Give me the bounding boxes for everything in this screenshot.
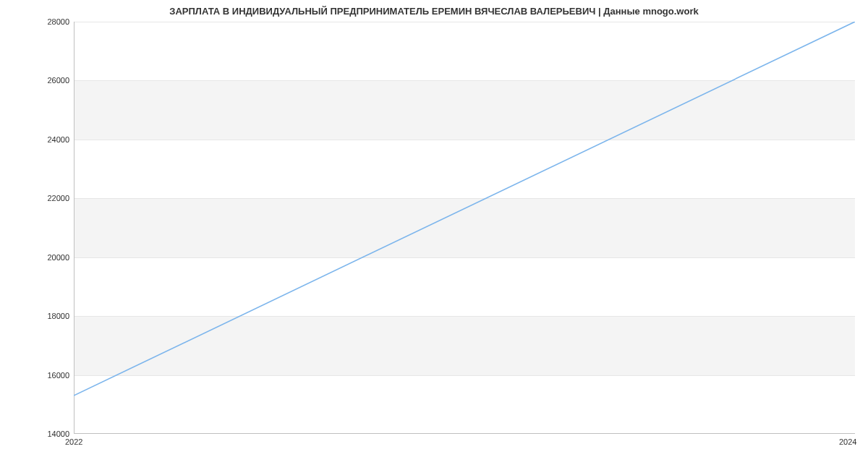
x-tick-2022: 2022 bbox=[65, 437, 82, 446]
y-tick-14000: 14000 bbox=[4, 430, 69, 438]
y-tick-24000: 24000 bbox=[4, 135, 69, 144]
y-tick-16000: 16000 bbox=[4, 371, 69, 380]
y-tick-18000: 18000 bbox=[4, 312, 69, 320]
plot-area bbox=[74, 22, 855, 434]
y-tick-22000: 22000 bbox=[4, 194, 69, 202]
y-tick-26000: 26000 bbox=[4, 76, 69, 85]
chart-title: ЗАРПЛАТА В ИНДИВИДУАЛЬНЫЙ ПРЕДПРИНИМАТЕЛ… bbox=[0, 6, 868, 17]
y-tick-20000: 20000 bbox=[4, 253, 69, 262]
x-tick-2024: 2024 bbox=[839, 437, 856, 446]
y-tick-28000: 28000 bbox=[4, 17, 69, 26]
